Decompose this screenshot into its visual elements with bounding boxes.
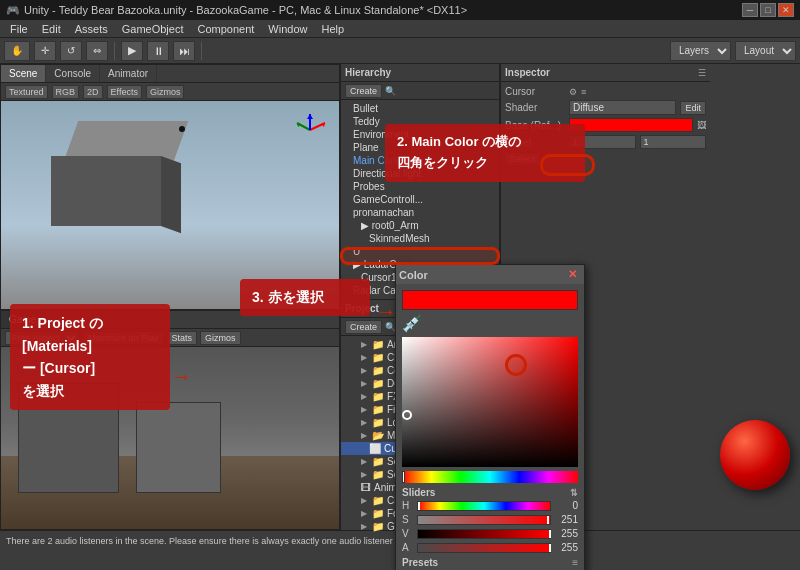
texture-icon: 🖼 xyxy=(697,120,706,130)
a-slider-thumb xyxy=(549,544,551,552)
offset-label: Offset xyxy=(505,137,565,148)
folder-icon: 📁 xyxy=(372,404,384,415)
game-box-2 xyxy=(136,402,221,493)
game-view: Game Free Aspect Maximize on Play Stats … xyxy=(0,310,340,530)
inspector-cursor-row: Cursor ⚙ ≡ xyxy=(505,86,706,97)
layers-dropdown[interactable]: Layers xyxy=(670,41,731,61)
window-title: Unity - Teddy Bear Bazooka.unity - Bazoo… xyxy=(24,4,467,16)
h-slider-track[interactable] xyxy=(417,501,551,511)
effects-btn[interactable]: Effects xyxy=(107,85,142,99)
color-picker-title: Color ✕ xyxy=(396,265,584,284)
stats-btn[interactable]: Stats xyxy=(167,331,198,345)
game-toolbar: Free Aspect Maximize on Play Stats Gizmo… xyxy=(1,329,339,347)
eyedropper-icon[interactable]: 💉 xyxy=(402,314,578,333)
hand-tool[interactable]: ✋ xyxy=(4,41,30,61)
minimize-button[interactable]: ─ xyxy=(742,3,758,17)
h-item-environment[interactable]: Environment xyxy=(341,128,499,141)
toolbar-sep-1 xyxy=(114,42,115,60)
color-picker-close[interactable]: ✕ xyxy=(564,268,581,281)
color-swatch[interactable] xyxy=(569,118,693,132)
maximize-button[interactable]: □ xyxy=(760,3,776,17)
folder-icon: 📂 xyxy=(372,430,384,441)
h-item-bullet[interactable]: Bullet xyxy=(341,102,499,115)
hue-bar[interactable] xyxy=(402,471,578,483)
color-picker-label: Color xyxy=(399,269,428,281)
inspector-label: Inspector xyxy=(505,67,550,78)
play-button[interactable]: ▶ xyxy=(121,41,143,61)
a-slider-track[interactable] xyxy=(417,543,551,553)
game-canvas[interactable] xyxy=(1,347,339,529)
v-slider-track[interactable] xyxy=(417,529,551,539)
scale-tool[interactable]: ⇔ xyxy=(86,41,108,61)
tab-scene[interactable]: Scene xyxy=(1,65,46,82)
folder-icon: 📁 xyxy=(372,339,384,350)
h-slider-label: H xyxy=(402,500,414,511)
h-item-u[interactable]: U xyxy=(341,245,499,258)
h-item-main-camera[interactable]: Main Camera xyxy=(341,154,499,167)
tab-console[interactable]: Console xyxy=(46,65,100,82)
move-tool[interactable]: ✛ xyxy=(34,41,56,61)
scene-toolbar: Textured RGB 2D Effects Gizmos xyxy=(1,83,339,101)
menu-component[interactable]: Component xyxy=(191,22,260,36)
menu-gameobject[interactable]: GameObject xyxy=(116,22,190,36)
step-button[interactable]: ⏭ xyxy=(173,41,195,61)
tab-game[interactable]: Game xyxy=(1,311,45,328)
s-slider-thumb xyxy=(547,516,549,524)
color-gradient[interactable] xyxy=(402,337,578,467)
scene-canvas[interactable]: Persp xyxy=(1,101,339,309)
color-preview xyxy=(402,290,578,310)
title-bar: 🎮 Unity - Teddy Bear Bazooka.unity - Baz… xyxy=(0,0,800,20)
aspect-select[interactable]: Free Aspect xyxy=(5,331,80,345)
inspector-more-icon: ≡ xyxy=(581,87,586,97)
pause-button[interactable]: ⏸ xyxy=(147,41,169,61)
edit-button[interactable]: Edit xyxy=(680,101,706,115)
dim-mode-btn[interactable]: 2D xyxy=(83,85,103,99)
menu-window[interactable]: Window xyxy=(262,22,313,36)
folder-icon: 📁 xyxy=(372,378,384,389)
svg-marker-5 xyxy=(307,114,313,119)
offset-y-input[interactable] xyxy=(640,135,707,149)
project-create-btn[interactable]: Create xyxy=(345,320,382,334)
gizmos-btn[interactable]: Gizmos xyxy=(146,85,185,99)
menu-edit[interactable]: Edit xyxy=(36,22,67,36)
h-item-teddy[interactable]: Teddy xyxy=(341,115,499,128)
hierarchy-label: Hierarchy xyxy=(345,67,391,78)
h-item-root0-arm[interactable]: ▶ root0_Arm xyxy=(341,219,499,232)
game-tabs: Game xyxy=(1,311,339,329)
maximize-on-play-btn[interactable]: Maximize on Play xyxy=(83,331,164,345)
h-item-probes[interactable]: Probes xyxy=(341,180,499,193)
rotate-tool[interactable]: ↺ xyxy=(60,41,82,61)
hierarchy-create-btn[interactable]: Create xyxy=(345,84,382,98)
shader-label: Shader xyxy=(505,102,565,113)
h-item-gamecontroll[interactable]: GameControll... xyxy=(341,193,499,206)
color-picker-panel: Color ✕ 💉 Sliders ⇅ H 0 S xyxy=(395,264,585,570)
s-slider-track[interactable] xyxy=(417,515,551,525)
inspector-offset-row: Offset xyxy=(505,135,706,149)
inspector-color-row: Base (Ref...) 🖼 xyxy=(505,118,706,132)
v-slider-label: V xyxy=(402,528,414,539)
view-mode-btn[interactable]: Textured xyxy=(5,85,48,99)
color-mode-btn[interactable]: RGB xyxy=(52,85,80,99)
close-button[interactable]: ✕ xyxy=(778,3,794,17)
menu-assets[interactable]: Assets xyxy=(69,22,114,36)
presets-more-icon: ≡ xyxy=(572,557,578,568)
h-item-pronamachan[interactable]: pronamachan xyxy=(341,206,499,219)
offset-x-input[interactable] xyxy=(569,135,636,149)
menu-help[interactable]: Help xyxy=(315,22,350,36)
tab-animator[interactable]: Animator xyxy=(100,65,157,82)
s-slider-row: S 251 xyxy=(402,514,578,525)
folder-icon: 📁 xyxy=(372,352,384,363)
scene-dot xyxy=(179,126,185,132)
h-slider-value: 0 xyxy=(554,500,578,511)
h-item-directional-light[interactable]: Directional light xyxy=(341,167,499,180)
menu-file[interactable]: File xyxy=(4,22,34,36)
cursor-label: Cursor xyxy=(505,86,565,97)
h-item-skinnedmesh[interactable]: SkinnedMesh xyxy=(341,232,499,245)
h-item-plane[interactable]: Plane xyxy=(341,141,499,154)
a-slider-value: 255 xyxy=(554,542,578,553)
select-button[interactable]: Select xyxy=(505,152,540,166)
layout-dropdown[interactable]: Layout xyxy=(735,41,796,61)
game-gizmos-btn[interactable]: Gizmos xyxy=(200,331,241,345)
red-sphere xyxy=(720,420,790,490)
hue-cursor xyxy=(402,471,405,483)
